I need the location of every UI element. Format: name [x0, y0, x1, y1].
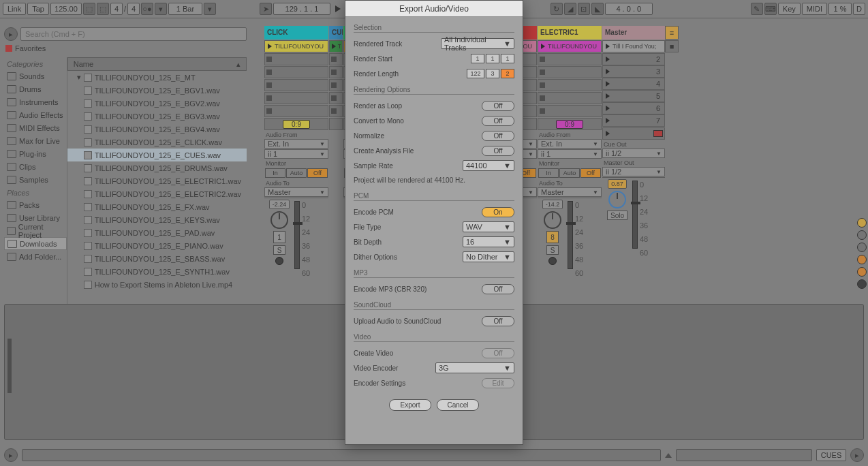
pcm-section: PCM	[354, 192, 514, 201]
video-encoder-label: Video Encoder	[354, 364, 398, 372]
normalize-toggle[interactable]: Off	[482, 131, 514, 141]
render-len-16th[interactable]: 2	[501, 69, 514, 78]
render-start-16th[interactable]: 1	[501, 54, 514, 63]
rendering-section: Rendering Options	[354, 86, 514, 95]
dialog-title: Export Audio/Video	[345, 1, 523, 17]
upload-sc-toggle[interactable]: Off	[482, 316, 514, 326]
create-video-toggle[interactable]: Off	[482, 348, 514, 358]
render-len-beat[interactable]: 3	[486, 69, 499, 78]
encode-mp3-toggle[interactable]: Off	[482, 284, 514, 294]
analysis-label: Create Analysis File	[354, 147, 414, 155]
render-start-label: Render Start	[354, 55, 392, 63]
file-type-select[interactable]: WAV▼	[463, 221, 514, 232]
convert-mono-toggle[interactable]: Off	[482, 116, 514, 126]
encode-pcm-label: Encode PCM	[354, 208, 394, 216]
rendered-track-select[interactable]: All Individual Tracks▼	[441, 38, 514, 49]
video-section: Video	[354, 333, 514, 342]
mp3-section: MP3	[354, 269, 514, 278]
sample-rate-select[interactable]: 44100▼	[463, 160, 514, 171]
encode-pcm-toggle[interactable]: On	[482, 207, 514, 217]
convert-mono-label: Convert to Mono	[354, 117, 404, 125]
render-loop-label: Render as Loop	[354, 102, 402, 110]
selection-section: Selection	[354, 24, 514, 33]
render-note: Project will be rendered at 44100 Hz.	[354, 174, 514, 187]
render-length-label: Render Length	[354, 70, 399, 78]
render-loop-toggle[interactable]: Off	[482, 101, 514, 111]
normalize-label: Normalize	[354, 132, 384, 140]
cancel-button[interactable]: Cancel	[437, 399, 479, 411]
dither-select[interactable]: No Dither▼	[463, 251, 514, 262]
render-len-bar[interactable]: 122	[467, 69, 484, 78]
encoder-edit-button[interactable]: Edit	[482, 378, 514, 388]
video-encoder-select[interactable]: 3G▼	[435, 362, 514, 373]
render-start-beat[interactable]: 1	[486, 54, 499, 63]
analysis-toggle[interactable]: Off	[482, 146, 514, 156]
file-type-label: File Type	[354, 223, 381, 231]
render-start-bar[interactable]: 1	[471, 54, 484, 63]
export-dialog: Export Audio/Video Selection Rendered Tr…	[345, 0, 523, 445]
soundcloud-section: SoundCloud	[354, 301, 514, 310]
upload-sc-label: Upload Audio to SoundCloud	[354, 317, 441, 325]
create-video-label: Create Video	[354, 350, 393, 357]
sample-rate-label: Sample Rate	[354, 162, 393, 170]
bit-depth-label: Bit Depth	[354, 238, 382, 246]
export-button[interactable]: Export	[389, 399, 431, 411]
bit-depth-select[interactable]: 16▼	[463, 236, 514, 247]
rendered-track-label: Rendered Track	[354, 40, 402, 48]
encoder-settings-label: Encoder Settings	[354, 379, 405, 387]
encode-mp3-label: Encode MP3 (CBR 320)	[354, 285, 427, 293]
dither-label: Dither Options	[354, 253, 397, 261]
